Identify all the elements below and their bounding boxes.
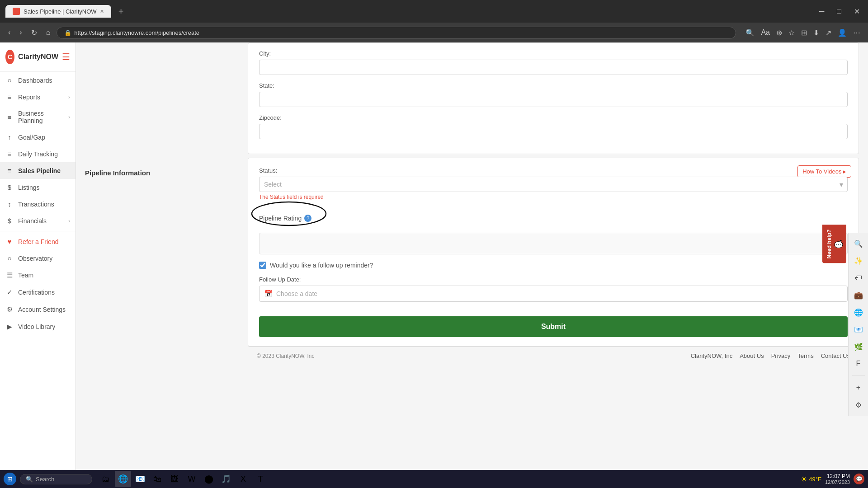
pipeline-rating-area[interactable] bbox=[259, 233, 848, 254]
more-button[interactable]: ⋯ bbox=[851, 27, 863, 39]
sidebar-item-observatory[interactable]: ○ Observatory bbox=[0, 250, 75, 267]
sidebar-item-dashboards[interactable]: ○ Dashboards bbox=[0, 72, 75, 89]
browser-sidebar-btn-5[interactable]: 🌐 bbox=[851, 305, 866, 319]
minimize-button[interactable]: ─ bbox=[816, 5, 827, 18]
favorites-button[interactable]: ☆ bbox=[786, 27, 797, 39]
browser-sidebar-btn-8[interactable]: F bbox=[851, 357, 866, 371]
status-group: Status: Select Active Inactive Pending ▾… bbox=[259, 167, 848, 200]
status-error-message: The Status field is required bbox=[259, 194, 848, 200]
tab-close-button[interactable]: × bbox=[100, 8, 104, 15]
listings-icon: $ bbox=[5, 183, 14, 191]
city-input[interactable] bbox=[259, 60, 848, 75]
new-tab-button[interactable]: + bbox=[115, 6, 127, 17]
svg-point-0 bbox=[252, 202, 326, 225]
footer-link-about[interactable]: About Us bbox=[740, 352, 764, 359]
footer-link-contact[interactable]: Contact Us bbox=[821, 352, 850, 359]
status-select[interactable]: Select Active Inactive Pending bbox=[259, 177, 848, 192]
pipeline-info-label: Pipeline Information bbox=[85, 169, 239, 177]
need-help-tab[interactable]: Need help? 💬 bbox=[822, 225, 846, 263]
sidebar-item-reports[interactable]: ≡ Reports › bbox=[0, 89, 75, 105]
need-help-label: Need help? bbox=[826, 230, 832, 259]
browser-sidebar-add-btn[interactable]: + bbox=[851, 380, 866, 395]
state-input[interactable] bbox=[259, 92, 848, 107]
left-panel: Pipeline Information bbox=[76, 42, 248, 470]
sidebar-item-team[interactable]: ☰ Team bbox=[0, 267, 75, 284]
browser-tab[interactable]: Sales Pipeline | ClarityNOW × bbox=[5, 5, 111, 18]
sidebar-item-business-planning[interactable]: ≡ Business Planning › bbox=[0, 105, 75, 129]
footer-link-terms[interactable]: Terms bbox=[797, 352, 813, 359]
footer: © 2023 ClarityNOW, Inc ClarityNOW, Inc A… bbox=[248, 347, 859, 365]
zipcode-input[interactable] bbox=[259, 124, 848, 139]
taskbar-app-teams[interactable]: T bbox=[252, 471, 269, 487]
browser-sidebar-settings[interactable]: ⚙ bbox=[851, 398, 866, 412]
taskbar-app-photos[interactable]: 🖼 bbox=[166, 471, 183, 487]
taskbar-app-mail[interactable]: 📧 bbox=[132, 471, 148, 487]
browser-sidebar-btn-6[interactable]: 📧 bbox=[851, 322, 866, 337]
sidebar-item-financials[interactable]: $ Financials › bbox=[0, 212, 75, 229]
url-display: https://staging.claritynowre.com/pipelin… bbox=[74, 29, 199, 36]
business-planning-icon: ≡ bbox=[5, 113, 14, 121]
pipeline-information-section: How To Videos ▸ Status: Select Active In… bbox=[248, 158, 859, 347]
taskbar-app-word[interactable]: W bbox=[184, 471, 200, 487]
sidebar-item-refer-friend[interactable]: ♥ Refer a Friend bbox=[0, 233, 75, 250]
address-bar[interactable]: 🔒 https://staging.claritynowre.com/pipel… bbox=[57, 27, 736, 39]
taskbar-app-edge[interactable]: 🌐 bbox=[115, 471, 131, 487]
sidebar-item-video-library[interactable]: ▶ Video Library bbox=[0, 318, 75, 335]
close-window-button[interactable]: ✕ bbox=[851, 5, 863, 18]
daily-tracking-icon: ≡ bbox=[5, 150, 14, 158]
search-action[interactable]: 🔍 bbox=[743, 27, 757, 39]
collections-button[interactable]: ⊞ bbox=[799, 27, 809, 39]
taskbar-app-store[interactable]: 🛍 bbox=[149, 471, 165, 487]
followup-reminder-checkbox[interactable] bbox=[259, 262, 266, 269]
date-display: 12/07/2023 bbox=[825, 479, 850, 485]
taskbar-search[interactable]: 🔍 Search bbox=[20, 474, 92, 484]
taskbar-app-explorer[interactable]: 🗂 bbox=[98, 471, 114, 487]
settings-icon: ⚙ bbox=[5, 305, 14, 314]
browser-sidebar-btn-1[interactable]: 🔍 bbox=[851, 236, 866, 251]
sidebar-item-listings[interactable]: $ Listings bbox=[0, 179, 75, 196]
chevron-right-icon: › bbox=[68, 114, 70, 120]
reader-mode[interactable]: Aa bbox=[759, 27, 772, 39]
start-button[interactable]: ⊞ bbox=[4, 473, 16, 485]
sidebar-item-sales-pipeline[interactable]: ≡ Sales Pipeline bbox=[0, 162, 75, 179]
date-picker-row[interactable]: 📅 Choose a date bbox=[259, 286, 848, 302]
sidebar-item-label: Reports bbox=[18, 94, 64, 101]
browser-sidebar-btn-4[interactable]: 💼 bbox=[851, 288, 866, 302]
logo-icon: C bbox=[5, 50, 14, 64]
downloads-button[interactable]: ⬇ bbox=[811, 27, 821, 39]
browser-sidebar-btn-3[interactable]: 🏷 bbox=[851, 271, 866, 285]
maximize-button[interactable]: □ bbox=[834, 5, 844, 18]
zipcode-label: Zipcode: bbox=[259, 114, 848, 121]
followup-date-label: Follow Up Date: bbox=[259, 276, 848, 283]
zoom-button[interactable]: ⊕ bbox=[774, 27, 784, 39]
taskbar-app-chrome[interactable]: ⬤ bbox=[201, 471, 217, 487]
home-button[interactable]: ⌂ bbox=[43, 27, 53, 38]
chevron-right-icon: › bbox=[68, 94, 70, 100]
submit-button[interactable]: Submit bbox=[259, 316, 848, 337]
back-button[interactable]: ‹ bbox=[5, 27, 13, 38]
pipeline-rating-info-icon[interactable]: ? bbox=[304, 215, 311, 222]
calendar-icon[interactable]: 📅 bbox=[264, 290, 273, 298]
taskbar-app-excel[interactable]: X bbox=[235, 471, 251, 487]
profile-button[interactable]: 👤 bbox=[835, 27, 849, 39]
state-group: State: bbox=[259, 82, 848, 107]
sidebar-item-goal-gap[interactable]: ↑ Goal/Gap bbox=[0, 129, 75, 145]
hamburger-menu[interactable]: ☰ bbox=[62, 52, 70, 62]
sidebar-item-account-settings[interactable]: ⚙ Account Settings bbox=[0, 301, 75, 318]
sidebar-item-transactions[interactable]: ↕ Transactions bbox=[0, 196, 75, 212]
taskbar: ⊞ 🔍 Search 🗂 🌐 📧 🛍 🖼 W ⬤ 🎵 X T ☀ 49°F 12… bbox=[0, 470, 868, 488]
footer-link-claritynow[interactable]: ClarityNOW, Inc bbox=[691, 352, 732, 359]
taskbar-app-music[interactable]: 🎵 bbox=[218, 471, 234, 487]
footer-link-privacy[interactable]: Privacy bbox=[771, 352, 791, 359]
notification-chat-button[interactable]: 💬 bbox=[854, 474, 864, 484]
browser-sidebar-btn-2[interactable]: ✨ bbox=[851, 253, 866, 268]
sidebar-item-label: Listings bbox=[18, 184, 70, 191]
sidebar-item-certifications[interactable]: ✓ Certifications bbox=[0, 284, 75, 301]
browser-sidebar-btn-7[interactable]: 🌿 bbox=[851, 339, 866, 354]
browser-actions: 🔍 Aa ⊕ ☆ ⊞ ⬇ ↗ 👤 ⋯ bbox=[743, 27, 863, 39]
forward-button[interactable]: › bbox=[17, 27, 24, 38]
sidebar-item-daily-tracking[interactable]: ≡ Daily Tracking bbox=[0, 145, 75, 162]
share-button[interactable]: ↗ bbox=[823, 27, 834, 39]
refresh-button[interactable]: ↻ bbox=[28, 27, 40, 39]
how-to-videos-button[interactable]: How To Videos ▸ bbox=[797, 165, 851, 178]
